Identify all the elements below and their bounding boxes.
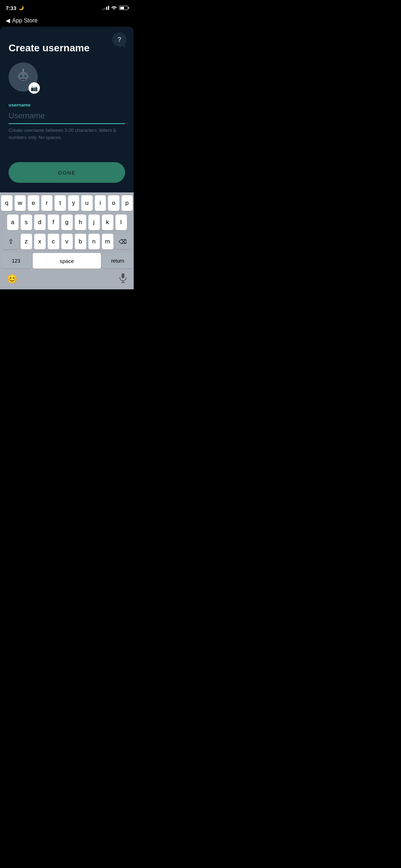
- camera-icon: 📷: [31, 85, 38, 92]
- status-bar: 7:33 🌙: [0, 0, 134, 16]
- key-shift[interactable]: ⇧: [4, 234, 19, 249]
- key-z[interactable]: z: [21, 234, 32, 249]
- wifi-icon: [111, 5, 117, 11]
- svg-rect-9: [27, 76, 29, 77]
- key-h[interactable]: h: [75, 215, 86, 230]
- app-content: ? Create username: [0, 27, 134, 195]
- battery-icon: [119, 6, 128, 10]
- key-m[interactable]: m: [102, 234, 113, 249]
- input-label: username: [9, 102, 125, 108]
- key-r[interactable]: r: [41, 195, 53, 211]
- key-g[interactable]: g: [61, 215, 73, 230]
- key-t[interactable]: t: [55, 195, 66, 211]
- key-o[interactable]: o: [108, 195, 119, 211]
- key-e[interactable]: e: [28, 195, 39, 211]
- key-space[interactable]: space: [33, 253, 101, 269]
- keyboard-row-3: ⇧ z x c v b n m ⌫: [1, 234, 133, 249]
- key-j[interactable]: j: [88, 215, 100, 230]
- keyboard-row-4: 123 space return: [1, 253, 133, 269]
- moon-icon: 🌙: [19, 5, 24, 10]
- svg-rect-10: [122, 273, 124, 278]
- camera-badge-button[interactable]: 📷: [29, 82, 40, 94]
- avatar-container: 📷: [9, 62, 40, 94]
- help-icon: ?: [118, 36, 122, 43]
- key-c[interactable]: c: [48, 234, 59, 249]
- username-input[interactable]: [9, 110, 125, 124]
- key-f[interactable]: f: [48, 215, 59, 230]
- signal-icon: [103, 6, 109, 10]
- emoji-key[interactable]: 😊: [7, 274, 17, 284]
- keyboard: q w e r t y u i o p a s d f g h j k l ⇧ …: [0, 192, 134, 289]
- key-a[interactable]: a: [7, 215, 19, 230]
- status-time: 7:33: [6, 5, 16, 11]
- svg-rect-5: [20, 76, 21, 76]
- key-y[interactable]: y: [68, 195, 79, 211]
- key-d[interactable]: d: [34, 215, 46, 230]
- key-k[interactable]: k: [102, 215, 113, 230]
- key-l[interactable]: l: [115, 215, 127, 230]
- page-title: Create username: [9, 42, 125, 54]
- done-button[interactable]: DONE: [9, 162, 125, 183]
- key-u[interactable]: u: [81, 195, 93, 211]
- back-label[interactable]: App Store: [12, 17, 37, 24]
- svg-point-2: [22, 69, 24, 71]
- svg-rect-6: [25, 76, 25, 76]
- key-numbers[interactable]: 123: [1, 253, 31, 269]
- keyboard-row-1: q w e r t y u i o p: [1, 195, 133, 211]
- status-icons: [103, 5, 128, 11]
- back-icon: ◀: [6, 17, 10, 24]
- key-x[interactable]: x: [34, 234, 46, 249]
- keyboard-bottom-bar: 😊: [1, 272, 133, 289]
- key-b[interactable]: b: [75, 234, 86, 249]
- keyboard-row-2: a s d f g h j k l: [1, 215, 133, 230]
- key-q[interactable]: q: [1, 195, 12, 211]
- svg-rect-8: [18, 76, 19, 77]
- nav-bar[interactable]: ◀ App Store: [0, 16, 134, 27]
- help-button[interactable]: ?: [112, 32, 127, 47]
- key-p[interactable]: p: [122, 195, 133, 211]
- key-i[interactable]: i: [95, 195, 106, 211]
- key-w[interactable]: w: [15, 195, 26, 211]
- key-s[interactable]: s: [21, 215, 32, 230]
- svg-rect-12: [121, 282, 125, 283]
- key-v[interactable]: v: [61, 234, 73, 249]
- key-delete[interactable]: ⌫: [115, 234, 130, 249]
- key-n[interactable]: n: [88, 234, 100, 249]
- svg-rect-7: [21, 79, 26, 80]
- mic-key[interactable]: [119, 273, 127, 285]
- input-hint: Create username between 3-20 characters,…: [9, 127, 125, 141]
- key-return[interactable]: return: [103, 253, 133, 269]
